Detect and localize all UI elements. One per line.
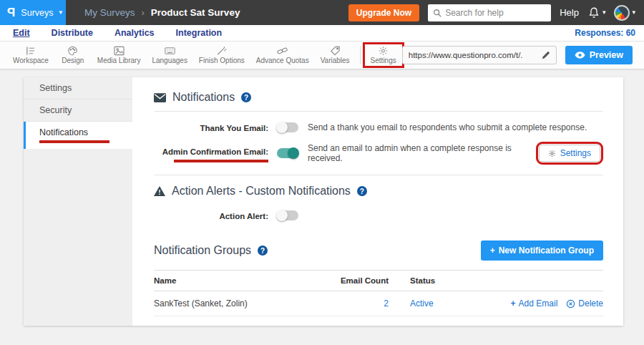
notification-groups-table: Name Email Count Status SankTest (Sanket… <box>154 270 603 316</box>
preview-button[interactable]: Preview <box>565 46 633 64</box>
breadcrumb-my-surveys[interactable]: My Surveys <box>84 7 135 18</box>
preview-button-label: Preview <box>590 50 623 60</box>
toolbar-item-languages[interactable]: Languages <box>146 44 192 66</box>
annotation-red-box-settings-button: Settings <box>536 142 603 165</box>
tag-icon <box>330 46 341 56</box>
toolbar-item-label: Workspace <box>13 57 49 64</box>
toolbar-item-variables[interactable]: Variables <box>315 44 356 66</box>
toggle-knob <box>276 122 288 133</box>
warning-triangle-icon <box>154 186 165 196</box>
new-notification-group-button[interactable]: + New Notification Group <box>481 240 603 261</box>
action-alerts-section-header: Action Alerts - Custom Notifications ? <box>154 185 603 198</box>
table-header-row: Name Email Count Status <box>154 270 603 291</box>
help-search-box[interactable] <box>428 4 551 21</box>
admin-confirmation-email-toggle[interactable] <box>277 148 298 158</box>
survey-url-box[interactable] <box>402 46 557 64</box>
toolbar-item-workspace[interactable]: Workspace <box>7 44 54 66</box>
new-group-button-label: New Notification Group <box>499 246 594 256</box>
toolbar-item-label: Finish Options <box>199 57 245 64</box>
settings-sidebar: Settings Security Notifications <box>24 77 132 326</box>
toolbar-item-label: Settings <box>371 57 396 64</box>
plus-icon: + <box>490 246 495 256</box>
top-bar: P Surveys ▾ My Surveys › Product Sat Sur… <box>0 0 644 25</box>
notifications-bell-menu[interactable]: ▾ <box>587 6 606 19</box>
annotation-red-underline-notifications <box>39 140 109 143</box>
delete-label: Delete <box>578 298 603 308</box>
header-name: Name <box>154 276 324 285</box>
edit-toolbar: Workspace Design Media Library Languages… <box>0 42 644 69</box>
admin-confirmation-email-row: Admin Confirmation Email: Send an email … <box>154 142 603 165</box>
action-alert-label: Action Alert: <box>219 212 268 220</box>
toolbar-item-settings[interactable]: Settings <box>365 44 402 66</box>
header-status: Status <box>389 276 474 285</box>
plus-icon: + <box>511 298 516 308</box>
toolbar-item-finish-options[interactable]: Finish Options <box>193 44 250 66</box>
admin-email-settings-button[interactable]: Settings <box>539 145 600 162</box>
page-body: Settings Security Notifications Notifica… <box>0 69 644 345</box>
thank-you-email-row: Thank You Email: Send a thank you email … <box>154 121 603 134</box>
help-icon[interactable]: ? <box>241 92 251 102</box>
tab-analytics[interactable]: Analytics <box>114 28 155 38</box>
help-icon[interactable]: ? <box>258 246 268 256</box>
sidebar-item-security[interactable]: Security <box>24 99 132 122</box>
chevron-down-icon: ▾ <box>632 9 635 16</box>
toolbar-right-cluster: Preview <box>402 46 633 64</box>
action-alert-toggle[interactable] <box>277 210 298 220</box>
tab-edit[interactable]: Edit <box>13 28 30 38</box>
bell-icon <box>587 6 600 19</box>
help-icon[interactable]: ? <box>357 186 367 196</box>
help-search-input[interactable] <box>445 8 546 18</box>
toolbar-item-media-library[interactable]: Media Library <box>92 44 147 66</box>
thank-you-email-label: Thank You Email: <box>200 124 268 132</box>
section-divider <box>154 175 603 175</box>
table-row: SankTest (Sanket, Zolin) 2 Active + Add … <box>154 291 603 316</box>
delete-link[interactable]: Delete <box>566 298 603 308</box>
envelope-icon <box>154 93 166 102</box>
help-link[interactable]: Help <box>560 7 579 18</box>
chevron-down-icon: ▾ <box>59 9 63 16</box>
notifications-panel: Notifications ? Thank You Email: Send a … <box>132 77 623 326</box>
gear-icon <box>378 46 389 56</box>
breadcrumb-separator: › <box>142 7 145 18</box>
sidebar-item-notifications[interactable]: Notifications <box>24 122 132 149</box>
add-email-link[interactable]: + Add Email <box>511 298 558 308</box>
breadcrumb-current-survey: Product Sat Survey <box>151 7 240 18</box>
add-email-label: Add Email <box>519 298 558 308</box>
row-actions: + Add Email Delete <box>474 298 603 308</box>
tab-integration[interactable]: Integration <box>176 28 223 38</box>
settings-button-label: Settings <box>560 148 591 158</box>
upgrade-now-button[interactable]: Upgrade Now <box>348 4 419 21</box>
notification-groups-header: Notification Groups ? + New Notification… <box>154 240 603 261</box>
admin-confirmation-email-description: Send an email to admin when a complete r… <box>308 143 536 163</box>
toolbar-item-advance-quotas[interactable]: Advance Quotas <box>250 44 315 66</box>
sidebar-item-label: Notifications <box>39 127 88 137</box>
chain-link-icon <box>277 46 288 56</box>
surveys-app-menu[interactable]: P Surveys ▾ <box>0 0 66 25</box>
pencil-icon[interactable] <box>542 51 550 59</box>
survey-url-input[interactable] <box>409 51 537 59</box>
toolbar-item-design[interactable]: Design <box>54 44 92 66</box>
breadcrumb: My Surveys › Product Sat Survey <box>84 0 240 25</box>
avatar <box>614 5 630 21</box>
magic-wand-icon <box>216 46 227 56</box>
questionpro-logo-icon: P <box>7 6 15 20</box>
row-label-wrap: Admin Confirmation Email: <box>154 145 268 162</box>
row-label-wrap: Thank You Email: <box>154 121 268 134</box>
responses-count[interactable]: Responses: 60 <box>575 28 635 38</box>
sidebar-item-settings[interactable]: Settings <box>24 77 132 99</box>
group-name: SankTest (Sanket, Zolin) <box>154 298 324 308</box>
eye-icon <box>575 52 585 59</box>
status-link[interactable]: Active <box>410 298 434 308</box>
section-title: Notification Groups <box>154 244 251 257</box>
section-divider <box>154 111 603 112</box>
toolbar-item-label: Media Library <box>97 57 141 64</box>
account-menu[interactable]: ▾ <box>614 5 635 21</box>
row-label-wrap: Action Alert: <box>154 209 268 222</box>
settings-card: Settings Security Notifications Notifica… <box>24 77 623 326</box>
tab-distribute[interactable]: Distribute <box>52 28 93 38</box>
email-count-link[interactable]: 2 <box>384 298 389 308</box>
app-menu-label: Surveys <box>21 8 53 18</box>
toolbar-item-label: Languages <box>152 57 187 64</box>
thank-you-email-toggle[interactable] <box>277 122 298 132</box>
toolbar-divider <box>360 46 361 64</box>
